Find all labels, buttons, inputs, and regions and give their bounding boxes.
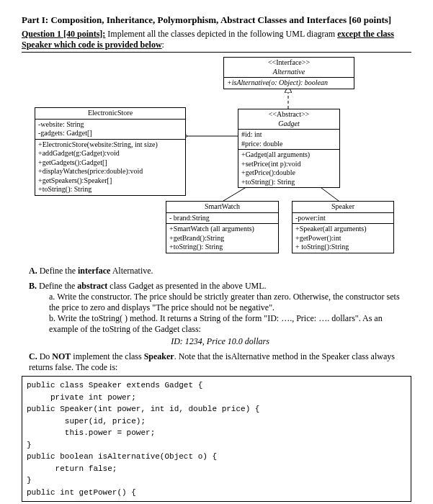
part-title-text: Composition, Inheritance, Polymorphism, … — [50, 14, 391, 25]
task-c-text: Do NOT implement the class Speaker. Note… — [29, 351, 395, 372]
task-a-text: Define the interface Alternative. — [40, 266, 153, 276]
uml-interface-alternative: <<Interface>> Alternative +isAlternative… — [223, 57, 354, 89]
code-line: return false; — [27, 464, 117, 473]
attr: #price: double — [241, 140, 336, 149]
code-box: public class Speaker extends Gadget { pr… — [22, 376, 411, 502]
class-name: Gadget — [278, 120, 299, 127]
attrs: - brand:String — [166, 213, 278, 225]
code-line: public boolean isAlternative(Object o) { — [27, 452, 217, 461]
uml-diagram: <<Interface>> Alternative +isAlternative… — [22, 57, 411, 258]
code-line: public class Speaker extends Gadget { — [27, 381, 202, 390]
question-colon: : — [162, 40, 164, 50]
attrs: #id: int #price: double — [238, 130, 339, 150]
task-b-b-label: b. — [49, 313, 55, 323]
attr: -gadgets: Gadget[] — [38, 129, 182, 138]
ops: +isAlternative(o: Object): boolean — [224, 78, 354, 89]
attrs: -website: String -gadgets: Gadget[] — [35, 120, 185, 140]
op: +getPower():int — [295, 234, 390, 243]
uml-speaker: Speaker -power:int +Speaker(all argument… — [292, 201, 394, 253]
code-line: super(id, price); — [27, 417, 146, 426]
task-a: A. Define the interface Alternative. — [29, 266, 411, 276]
uml-electronicstore: ElectronicStore -website: String -gadget… — [35, 107, 186, 196]
task-c-label: C. — [29, 351, 37, 361]
ops: +Speaker(all arguments) +getPower():int … — [293, 224, 393, 253]
question-text-1: Implement all the classes depicted in th… — [107, 29, 337, 39]
stereo: <<Interface>> — [268, 58, 310, 66]
attr: #id: int — [241, 130, 336, 140]
task-b-b-example: ID: 1234, Price 10.0 dollars — [29, 336, 411, 347]
ops: +ElectronicStore(website:String, int siz… — [35, 140, 185, 195]
uml-title: <<Interface>> Alternative — [224, 58, 354, 78]
op: + toString():String — [295, 243, 390, 252]
op: +getBrand():String — [169, 234, 275, 243]
class-name: Alternative — [273, 68, 305, 76]
part-title: Part I: Composition, Inheritance, Polymo… — [22, 14, 411, 26]
op: +Speaker(all arguments) — [295, 225, 390, 234]
attrs: -power:int — [293, 213, 393, 225]
code-line: } — [27, 476, 32, 485]
code-line: private int power; — [27, 393, 136, 402]
task-b-label: B. — [29, 281, 37, 291]
uml-title: <<Abstract>> Gadget — [238, 109, 339, 130]
class-name: Speaker — [293, 202, 393, 213]
op: +displayWatches(price:double):void — [38, 167, 182, 176]
code-line: this.power = power; — [27, 428, 155, 437]
task-b-a-label: a. — [49, 292, 55, 302]
attr: -website: String — [38, 120, 182, 130]
task-a-label: A. — [29, 266, 37, 276]
op: +getSpeakers():Speaker[] — [38, 176, 182, 186]
op: +getPrice():double — [241, 168, 336, 178]
task-b-a: a. Write the constructor. The price shou… — [49, 292, 411, 313]
op: +getGadgets():Gadget[] — [38, 158, 182, 168]
task-b-b: b. Write the toString( ) method. It retu… — [49, 313, 411, 335]
class-name: ElectronicStore — [35, 108, 185, 120]
op: +toString(): String — [169, 243, 275, 252]
op: +toString(): String — [241, 178, 336, 187]
op: +SmartWatch (all arguments) — [169, 225, 275, 234]
class-name: SmartWatch — [166, 202, 278, 213]
task-b: B. Define the abstract class Gadget as p… — [29, 281, 411, 347]
ops: +SmartWatch (all arguments) +getBrand():… — [166, 224, 278, 253]
ops: +Gadget(all arguments) +setPrice(int p):… — [238, 150, 339, 187]
stereo: <<Abstract>> — [269, 110, 309, 118]
question-line: Question 1 [40 points]: Implement all th… — [22, 29, 411, 53]
question-label: Question 1 [40 points]: — [22, 29, 105, 39]
task-b-text: Define the abstract class Gadget as pres… — [39, 281, 267, 291]
op: +ElectronicStore(website:String, int siz… — [38, 140, 182, 150]
task-c: C. Do NOT implement the class Speaker. N… — [29, 351, 411, 373]
op: +toString(): String — [38, 185, 182, 194]
op: +setPrice(int p):void — [241, 160, 336, 169]
code-line: } — [27, 441, 32, 449]
tasks-section: A. Define the interface Alternative. B. … — [22, 266, 411, 373]
code-line: public int getPower() { — [27, 488, 136, 497]
part-label: Part I: — [22, 14, 48, 25]
op: +Gadget(all arguments) — [241, 150, 336, 160]
task-b-b-text: Write the toString( ) method. It returns… — [49, 313, 383, 334]
code-line: public Speaker(int power, int id, double… — [27, 405, 259, 413]
task-b-a-text: Write the constructor. The price should … — [49, 292, 400, 312]
uml-smartwatch: SmartWatch - brand:String +SmartWatch (a… — [166, 201, 279, 253]
uml-gadget: <<Abstract>> Gadget #id: int #price: dou… — [238, 109, 340, 188]
op: +addGadget(g:Gadget):void — [38, 149, 182, 158]
